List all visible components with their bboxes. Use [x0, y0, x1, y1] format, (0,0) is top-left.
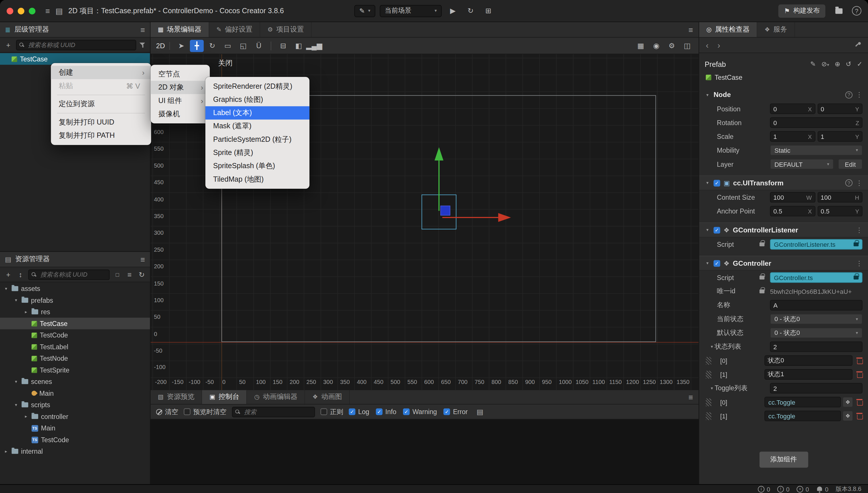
node-section-header[interactable]: ▾ Node ? ⋮ — [705, 87, 863, 102]
back-icon[interactable]: ‹ — [706, 40, 709, 50]
asset-tree-item[interactable]: ▾ scripts — [0, 399, 150, 411]
revert-prefab-icon[interactable]: ↺ — [846, 60, 851, 68]
hierarchy-search-input[interactable] — [16, 40, 136, 50]
state-name-input[interactable] — [768, 357, 849, 364]
asset-tree-item[interactable]: TestSprite — [0, 364, 150, 376]
align-tool-icon[interactable]: ◧ — [292, 40, 305, 52]
toolbar-separator[interactable] — [271, 41, 271, 50]
delete-icon[interactable] — [856, 371, 862, 377]
status-counter[interactable]: 0 — [797, 486, 809, 492]
expander-icon[interactable]: ▾ — [13, 379, 19, 384]
unlink-prefab-icon[interactable]: ⊘▾ — [821, 60, 829, 68]
menu-item[interactable]: 复制并打印 PATH — [51, 129, 151, 142]
collapse-icon[interactable]: ▾ — [709, 344, 715, 349]
menu-item[interactable]: ParticleSystem2D (粒子) — [205, 133, 310, 146]
asset-tree-item[interactable]: ▸ internal — [0, 445, 150, 457]
hierarchy-menu-icon[interactable]: ≡ — [141, 25, 145, 34]
menu-item[interactable]: Sprite (精灵) — [205, 146, 310, 159]
log-filter-checkbox[interactable]: ✓ Log — [349, 408, 369, 415]
tab-project-settings[interactable]: ⚙ 项目设置 — [260, 22, 312, 37]
gizmo-settings-icon[interactable]: ⚙ — [665, 40, 679, 52]
component-enabled-checkbox[interactable]: ✓ — [714, 180, 720, 186]
sort-icon[interactable]: ↕ — [16, 270, 25, 279]
toggle-list-header[interactable]: ▾Toggle列表 — [705, 381, 863, 395]
drag-handle[interactable] — [706, 370, 711, 378]
menu-item[interactable]: 2D 对象 › — [151, 81, 210, 94]
status-counter[interactable]: 0 — [758, 486, 770, 492]
menu-item[interactable]: UI 组件 › — [151, 94, 210, 107]
console-menu-icon[interactable]: ≡ — [689, 392, 699, 402]
menu-item[interactable]: 定位到资源 — [51, 97, 151, 110]
selected-node-sprite[interactable] — [441, 206, 450, 215]
more-icon[interactable]: ⋮ — [856, 226, 863, 234]
expander-icon[interactable]: ▸ — [3, 449, 9, 454]
asset-tree-item[interactable]: ▾ scenes — [0, 376, 150, 388]
pin-icon[interactable] — [855, 42, 862, 48]
current-state-select[interactable]: 0 - 状态0▾ — [770, 314, 863, 325]
menu-item[interactable]: SpriteSplash (单色) — [205, 159, 310, 172]
content-size-w-input[interactable] — [773, 194, 804, 200]
console-output[interactable] — [151, 420, 699, 485]
menu-item[interactable]: Mask (遮罩) — [205, 120, 310, 133]
log-file-icon[interactable]: ▤ — [477, 407, 483, 416]
status-counter[interactable]: 0 — [777, 486, 790, 492]
script-asset-field[interactable]: GControllerListener.ts — [770, 239, 863, 250]
name-input[interactable] — [773, 302, 859, 308]
menu-item[interactable]: 创建 › — [51, 66, 151, 79]
tab-animation-editor[interactable]: ◷ 动画编辑器 — [247, 390, 305, 404]
camera-preview-icon[interactable]: ◉ — [649, 40, 663, 52]
gizmo-x-arrow[interactable] — [498, 213, 511, 222]
script-asset-field[interactable]: GController.ts — [770, 272, 863, 283]
default-state-select[interactable]: 0 - 状态0▾ — [770, 328, 863, 338]
error-filter-checkbox[interactable]: ✓ Error — [443, 408, 468, 415]
uitransform-header[interactable]: ▾ ✓ ▣ cc.UITransform ? ⋮ — [699, 175, 868, 190]
tab-animation-graph[interactable]: ❖ 动画图 — [305, 390, 350, 404]
help-button[interactable]: ? — [852, 6, 862, 16]
anchor-x-input[interactable] — [773, 208, 806, 214]
menu-item[interactable]: Label (文本) — [205, 106, 310, 120]
toggle-component-field[interactable]: cc.Toggle — [764, 411, 841, 421]
tab-asset-preview[interactable]: ▧ 资源预览 — [151, 390, 203, 404]
window-minimize-button[interactable] — [18, 7, 24, 14]
menu-item[interactable]: TiledMap (地图) — [205, 173, 310, 186]
delete-icon[interactable] — [856, 358, 862, 364]
drag-handle[interactable] — [706, 357, 711, 364]
edit-prefab-icon[interactable]: ✎ — [810, 60, 816, 68]
scene-selector[interactable]: 当前场景▾ — [380, 5, 442, 17]
asset-tree-item[interactable]: Main — [0, 387, 150, 399]
main-menu-icon[interactable]: ≡ — [45, 6, 50, 15]
help-icon[interactable]: ? — [845, 91, 852, 98]
select-tool-icon[interactable]: ➤ — [174, 40, 188, 52]
component-enabled-checkbox[interactable]: ✓ — [714, 260, 720, 266]
tab-services[interactable]: ❖ 服务 — [757, 22, 795, 37]
asset-tree-item[interactable]: TestLabel — [0, 341, 150, 353]
menu-item[interactable]: SpriteRenderer (2D精灵) — [205, 80, 310, 93]
regex-checkbox[interactable]: ✓ 正则 — [321, 407, 343, 416]
more-icon[interactable]: ⋮ — [856, 91, 863, 99]
tab-preferences[interactable]: ✎ 偏好设置 — [209, 22, 260, 37]
menu-item[interactable]: 复制并打印 UUID — [51, 116, 151, 129]
filter-icon[interactable] — [140, 42, 146, 48]
toggle-list-count-input[interactable] — [773, 385, 859, 391]
gizmo-y-arrow[interactable] — [435, 147, 443, 160]
component-picker-icon[interactable]: ❖ — [843, 411, 852, 421]
window-close-button[interactable] — [6, 7, 13, 14]
tab-console[interactable]: ▣ 控制台 — [203, 390, 247, 404]
state-list-count-input[interactable] — [773, 343, 859, 350]
rotate-tool-icon[interactable]: ↻ — [205, 40, 219, 52]
asset-tree-item[interactable]: TestCode — [0, 434, 150, 446]
collapse-icon[interactable]: ▾ — [709, 386, 715, 390]
fullscreen-icon[interactable]: ◫ — [680, 40, 694, 52]
drag-handle[interactable] — [706, 398, 711, 406]
expander-icon[interactable]: ▾ — [13, 298, 19, 303]
menu-item[interactable]: Graphics (绘图) — [205, 93, 310, 106]
scale-tool-icon[interactable]: ◱ — [236, 40, 250, 52]
more-icon[interactable]: ⋮ — [856, 179, 863, 187]
state-name-input[interactable] — [768, 371, 849, 378]
menu-item[interactable]: 空节点 — [151, 67, 210, 81]
component-enabled-checkbox[interactable]: ✓ — [714, 227, 720, 233]
add-component-button[interactable]: 添加组件 — [759, 452, 808, 468]
asset-tree-item[interactable]: Main — [0, 422, 150, 434]
panel-menu-icon[interactable]: ≡ — [689, 25, 699, 34]
collapse-icon[interactable]: ▾ — [705, 228, 710, 232]
